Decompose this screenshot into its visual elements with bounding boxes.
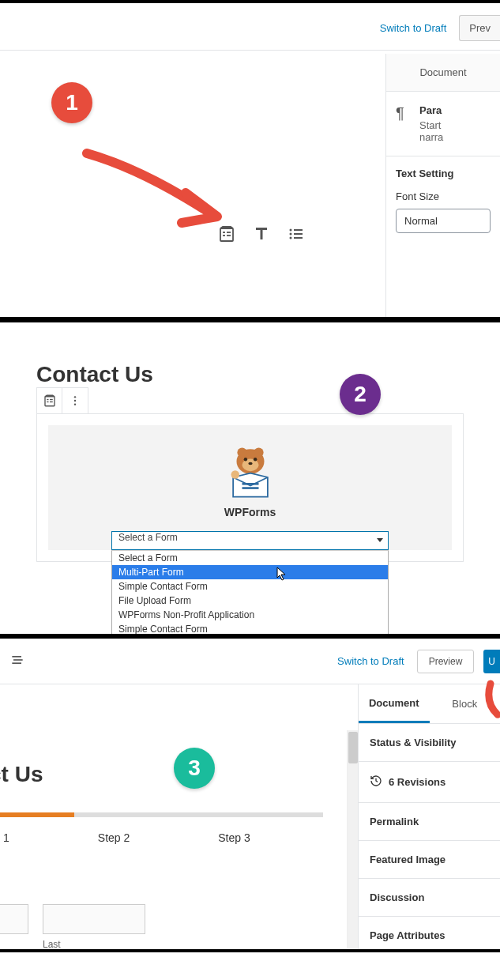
font-size-label: Font Size xyxy=(396,190,491,202)
document-tab[interactable]: Document xyxy=(386,54,500,92)
dropdown-option[interactable]: WPForms Non-Profit Application xyxy=(112,608,388,622)
svg-point-16 xyxy=(74,396,76,398)
editor-top-bar: Switch to Draft Prev xyxy=(0,3,500,51)
text-settings-title: Text Setting xyxy=(396,168,491,179)
update-button[interactable]: U xyxy=(483,650,500,673)
panel-1: Switch to Draft Prev Document ¶ Para Sta… xyxy=(0,0,500,320)
first-name-input[interactable] xyxy=(0,904,28,934)
wpforms-block-body: WPForms Select a Form Select a FormMulti… xyxy=(48,425,452,550)
document-sidebar: Document Block Status & Visibility 6 Rev… xyxy=(358,684,500,952)
form-step-3[interactable]: Step 3 xyxy=(218,831,250,844)
block-toolbar xyxy=(36,387,88,414)
svg-point-25 xyxy=(248,462,252,466)
page-title: ct Us xyxy=(0,762,326,787)
panel-2: Contact Us xyxy=(0,320,500,636)
dropdown-option[interactable]: Select a Form xyxy=(112,551,388,565)
paragraph-desc-1: Start xyxy=(419,119,443,131)
block-navigation-icon[interactable] xyxy=(9,652,25,670)
wpforms-block-icon[interactable] xyxy=(37,387,62,414)
editor-top-bar: Switch to Draft Preview U xyxy=(0,639,500,684)
scrollbar-thumb[interactable] xyxy=(348,732,358,763)
step-badge-2: 2 xyxy=(340,374,381,415)
text-settings-panel: Text Setting Font Size Normal xyxy=(386,156,500,244)
tab-document[interactable]: Document xyxy=(359,684,430,723)
svg-point-20 xyxy=(237,447,246,457)
svg-point-17 xyxy=(74,400,76,401)
svg-point-6 xyxy=(290,233,292,236)
sidebar-permalink[interactable]: Permalink xyxy=(359,803,500,841)
sidebar-discussion[interactable]: Discussion xyxy=(359,879,500,917)
form-step-2[interactable]: Step 2 xyxy=(98,831,130,844)
dropdown-option[interactable]: File Upload Form xyxy=(112,594,388,608)
switch-to-draft-link[interactable]: Switch to Draft xyxy=(337,655,404,667)
svg-point-23 xyxy=(243,458,246,461)
svg-rect-9 xyxy=(294,233,303,235)
svg-rect-11 xyxy=(45,397,55,406)
history-icon xyxy=(370,775,382,790)
paragraph-text: Para Start narra xyxy=(419,104,443,143)
paragraph-desc-2: narra xyxy=(419,131,443,143)
chevron-down-icon xyxy=(377,538,383,542)
svg-rect-26 xyxy=(242,483,258,485)
more-options-icon[interactable] xyxy=(62,387,88,414)
progress-fill xyxy=(0,812,74,817)
step-badge-3: 3 xyxy=(174,748,215,789)
form-dropdown-list: Select a FormMulti-Part FormSimple Conta… xyxy=(111,550,389,636)
form-select[interactable]: Select a Form xyxy=(111,531,389,550)
text-block-icon[interactable] xyxy=(252,224,271,243)
form-select-wrap: Select a Form Select a FormMulti-Part Fo… xyxy=(111,531,389,550)
paragraph-info: ¶ Para Start narra xyxy=(386,92,500,156)
panel-3: Switch to Draft Preview U 3 ct Us 1 Step… xyxy=(0,636,500,952)
last-name-wrap: Last xyxy=(43,904,145,950)
wpforms-block-card: WPForms Select a Form Select a FormMulti… xyxy=(36,413,464,562)
sidebar-revisions[interactable]: 6 Revisions xyxy=(359,762,500,803)
form-progress-bar xyxy=(0,812,323,817)
last-name-label: Last xyxy=(43,939,145,950)
svg-point-21 xyxy=(254,447,263,457)
wpforms-brand-label: WPForms xyxy=(48,506,452,518)
font-size-select[interactable]: Normal xyxy=(396,209,491,233)
scrollbar[interactable] xyxy=(347,730,358,952)
preview-button[interactable]: Prev xyxy=(459,15,500,41)
editor-main: 3 ct Us 1 Step 2 Step 3 Last xyxy=(0,684,358,952)
panel-3-body: 3 ct Us 1 Step 2 Step 3 Last xyxy=(0,684,500,952)
cursor-icon xyxy=(276,567,288,581)
svg-rect-27 xyxy=(242,487,258,489)
top-bar-left xyxy=(9,652,25,670)
dropdown-option[interactable]: Simple Contact Form xyxy=(112,622,388,636)
form-steps-row: 1 Step 2 Step 3 xyxy=(0,831,323,844)
svg-point-24 xyxy=(253,458,256,461)
revisions-label: 6 Revisions xyxy=(389,776,445,788)
block-sidebar: Document ¶ Para Start narra Text Setting… xyxy=(385,54,500,320)
list-block-icon[interactable] xyxy=(287,224,306,243)
svg-point-5 xyxy=(290,229,292,232)
sidebar-page-attributes[interactable]: Page Attributes xyxy=(359,917,500,952)
dropdown-option[interactable]: Multi-Part Form xyxy=(112,565,388,579)
step-badge-1: 1 xyxy=(51,82,92,123)
first-name-wrap xyxy=(0,904,28,950)
pilcrow-icon: ¶ xyxy=(396,104,412,122)
svg-rect-10 xyxy=(294,237,303,239)
paragraph-title: Para xyxy=(419,104,443,116)
wpforms-mascot-icon xyxy=(223,444,278,499)
title-fragment: S xyxy=(0,145,1,175)
dropdown-option[interactable]: Simple Contact Form xyxy=(112,579,388,594)
svg-point-7 xyxy=(290,237,292,239)
svg-point-18 xyxy=(74,403,76,405)
sidebar-featured-image[interactable]: Featured Image xyxy=(359,841,500,879)
annotation-arrow xyxy=(79,122,237,232)
sidebar-status-visibility[interactable]: Status & Visibility xyxy=(359,724,500,762)
top-bar-right: Switch to Draft Preview U xyxy=(337,650,500,673)
page-title: Contact Us xyxy=(36,362,464,387)
switch-to-draft-link[interactable]: Switch to Draft xyxy=(380,22,447,34)
svg-point-28 xyxy=(231,470,239,479)
form-step-1[interactable]: 1 xyxy=(3,831,9,844)
svg-rect-8 xyxy=(294,229,303,231)
form-select-value: Select a Form xyxy=(118,532,178,543)
panel-2-inner: Contact Us xyxy=(0,322,500,562)
preview-button[interactable]: Preview xyxy=(417,650,475,673)
last-name-input[interactable] xyxy=(43,904,145,934)
name-fields: Last xyxy=(0,904,326,950)
